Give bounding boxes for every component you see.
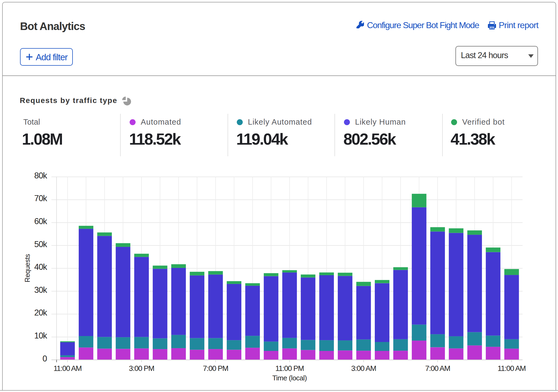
svg-text:Time (local): Time (local) bbox=[272, 374, 307, 382]
svg-text:50k: 50k bbox=[34, 240, 47, 249]
svg-text:7:00 PM: 7:00 PM bbox=[203, 364, 228, 373]
svg-text:11:00 PM: 11:00 PM bbox=[275, 364, 304, 373]
svg-text:3:00 AM: 3:00 AM bbox=[351, 364, 376, 373]
svg-text:11:00 AM: 11:00 AM bbox=[498, 364, 526, 373]
svg-text:70k: 70k bbox=[34, 194, 47, 203]
svg-text:60k: 60k bbox=[34, 217, 47, 226]
svg-text:80k: 80k bbox=[34, 171, 47, 180]
svg-text:Requests: Requests bbox=[24, 254, 31, 283]
svg-text:3:00 PM: 3:00 PM bbox=[129, 364, 154, 373]
svg-text:40k: 40k bbox=[34, 262, 47, 272]
svg-text:7:00 AM: 7:00 AM bbox=[425, 364, 450, 373]
svg-text:11:00 AM: 11:00 AM bbox=[54, 364, 82, 373]
svg-text:30k: 30k bbox=[34, 285, 47, 295]
svg-text:0: 0 bbox=[42, 354, 47, 363]
svg-text:10k: 10k bbox=[34, 331, 47, 340]
svg-text:20k: 20k bbox=[34, 308, 47, 317]
